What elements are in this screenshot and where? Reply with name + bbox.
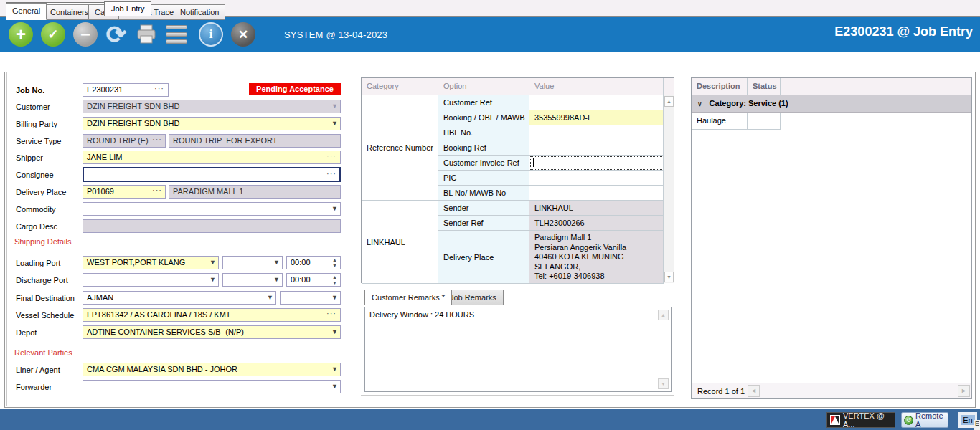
final-destination-label: Final Destination: [16, 294, 75, 302]
tab-customer-remarks[interactable]: Customer Remarks *: [364, 290, 452, 305]
status-badge: Pending Acceptance: [249, 83, 341, 95]
commodity-dropdown[interactable]: [83, 202, 341, 216]
value-cell[interactable]: Paradigm Mall 1 Persiaran Anggerik Vanil…: [529, 231, 664, 284]
option-cell: Sender: [438, 201, 529, 216]
value-cell[interactable]: [529, 171, 664, 186]
value-cell[interactable]: [529, 140, 664, 156]
value-cell[interactable]: [529, 186, 664, 201]
page-tab-strip: [0, 52, 980, 72]
tab-containers[interactable]: Containers: [44, 4, 95, 20]
scroll-down-icon[interactable]: ▼: [658, 378, 669, 389]
scroll-down-icon[interactable]: ▼: [664, 272, 674, 282]
shipper-field[interactable]: JANE LIM: [83, 150, 341, 164]
option-cell: Delivery Place: [438, 231, 529, 284]
service-type-label: Service Type: [16, 137, 61, 145]
column-header-description[interactable]: Description: [692, 78, 748, 95]
value-cell[interactable]: TLH23000266: [529, 216, 664, 231]
discharge-port-label: Discharge Port: [16, 276, 68, 285]
options-table-scrollbar[interactable]: ▲ ▼: [663, 95, 674, 283]
chevron-down-icon[interactable]: ∨: [697, 100, 702, 108]
customer-label: Customer: [16, 102, 50, 111]
value-cell-editing[interactable]: [529, 156, 664, 171]
consignee-field[interactable]: [83, 167, 341, 182]
relevant-parties-section: Relevant Parties: [14, 348, 341, 357]
consignee-label: Consignee: [16, 171, 54, 179]
value-cell[interactable]: 353559998AD-L: [529, 110, 664, 125]
scroll-up-icon[interactable]: ▲: [658, 310, 669, 320]
window-tab-job-entry[interactable]: Job Entry: [104, 1, 151, 16]
liner-agent-dropdown[interactable]: CMA CGM MALAYSIA SDN BHD - JOHOR: [83, 363, 341, 376]
shipping-details-section: Shipping Details: [14, 237, 341, 246]
billing-party-dropdown[interactable]: DZIN FREIGHT SDN BHD: [83, 117, 341, 130]
reference-options-table: Category Option Value Reference Number C…: [361, 77, 674, 283]
depot-label: Depot: [16, 328, 37, 337]
service-type-desc: ROUND TRIP FOR EXPORT: [169, 134, 341, 148]
service-description-cell[interactable]: Haulage: [692, 113, 748, 130]
column-header-category[interactable]: Category: [362, 78, 438, 95]
option-cell: Booking Ref: [438, 140, 529, 156]
info-button[interactable]: i: [199, 22, 223, 47]
service-status-cell[interactable]: [748, 113, 781, 130]
depot-dropdown[interactable]: ADTINE CONTAINER SERVICES S/B- (N/P): [83, 325, 341, 339]
taskbar-item-vertex[interactable]: VERTEX @ A...: [826, 412, 895, 428]
print-button[interactable]: [132, 22, 161, 47]
column-header-status[interactable]: Status: [748, 78, 781, 95]
option-cell: Sender Ref: [438, 216, 529, 231]
category-cell: Reference Number: [362, 95, 438, 201]
option-cell: Booking / OBL / MAWB: [438, 110, 529, 125]
vessel-schedule-field[interactable]: FPT861342 / AS CAROLINA / 18S / KMT: [83, 308, 341, 322]
value-cell[interactable]: [529, 95, 664, 110]
taskbar-item-remote[interactable]: ↺ Remote A: [901, 412, 948, 428]
add-button[interactable]: +: [9, 22, 33, 47]
nav-left-icon[interactable]: ◄: [748, 385, 760, 397]
save-confirm-button[interactable]: ✓: [41, 22, 65, 47]
job-no-label: Job No.: [16, 86, 44, 95]
spinner-arrows-icon[interactable]: ▲▼: [331, 257, 339, 269]
refresh-button[interactable]: ⟳: [102, 22, 131, 47]
close-icon: ✕: [238, 27, 248, 42]
check-icon: ✓: [47, 27, 58, 42]
option-cell: Customer Invoice Ref: [438, 156, 529, 171]
value-cell[interactable]: [529, 125, 664, 140]
minus-icon: −: [80, 24, 90, 44]
menu-icon: [166, 25, 187, 29]
delivery-place-desc: PARADIGM MALL 1: [169, 185, 341, 199]
loading-port-dropdown[interactable]: WEST PORT,PORT KLANG: [83, 256, 219, 269]
plus-icon: +: [16, 24, 26, 44]
tab-notification[interactable]: Notification: [174, 4, 225, 20]
record-navigator: Record 1 of 1 ◄ ►: [692, 383, 971, 398]
option-cell: HBL No.: [438, 125, 529, 140]
commodity-label: Commodity: [16, 205, 56, 214]
final-destination-dropdown[interactable]: AJMAN: [83, 291, 276, 305]
page-title: E2300231 @ Job Entry: [834, 24, 973, 39]
column-header-option[interactable]: Option: [438, 78, 529, 95]
liner-agent-label: Liner / Agent: [16, 366, 60, 374]
option-cell: BL No/ MAWB No: [438, 186, 529, 201]
value-cell[interactable]: LINKHAUL: [529, 201, 664, 216]
tab-general[interactable]: General: [6, 3, 47, 20]
close-button[interactable]: ✕: [231, 22, 255, 47]
remote-icon: ↺: [904, 416, 913, 425]
spinner-arrows-icon[interactable]: ▲▼: [331, 274, 339, 286]
customer-dropdown[interactable]: DZIN FREIGHT SDN BHD: [83, 100, 341, 113]
system-date-label: SYSTEM @ 13-04-2023: [284, 29, 387, 40]
delete-button[interactable]: −: [73, 22, 98, 47]
option-cell: Customer Ref: [438, 95, 529, 110]
text-caret: [533, 158, 534, 167]
language-sub-indicator: E: [974, 420, 980, 430]
loading-port-label: Loading Port: [16, 259, 60, 267]
customer-remarks-textarea[interactable]: Delivery Window : 24 HOURS: [364, 307, 672, 392]
forwarder-label: Forwarder: [16, 383, 52, 391]
scroll-up-icon[interactable]: ▲: [664, 96, 674, 107]
column-header-value[interactable]: Value: [529, 78, 664, 95]
vertex-logo-icon: [830, 415, 840, 425]
nav-right-icon[interactable]: ►: [958, 385, 970, 397]
forwarder-dropdown[interactable]: [83, 380, 341, 393]
service-group-row[interactable]: ∨Category: Service (1): [692, 95, 971, 113]
vessel-schedule-label: Vessel Schedule: [16, 311, 74, 320]
menu-button[interactable]: [162, 22, 191, 47]
info-icon: i: [209, 27, 213, 42]
delivery-place-label: Delivery Place: [16, 188, 66, 196]
toolbar: + ✓ − ⟳ i ✕ SYSTEM @ 13-04-2023: [0, 17, 980, 52]
discharge-port-dropdown[interactable]: [83, 273, 219, 287]
